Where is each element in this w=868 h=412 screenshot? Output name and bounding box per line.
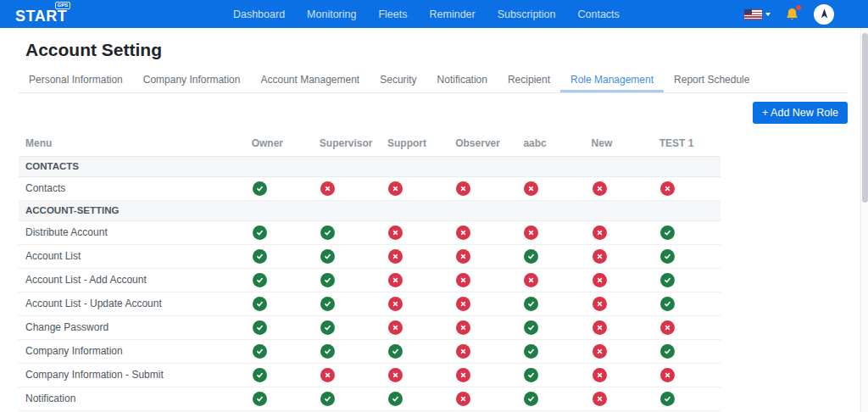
nav-item-subscription[interactable]: Subscription — [498, 8, 556, 20]
nav-item-dashboard[interactable]: Dashboard — [233, 8, 285, 20]
scrollbar-thumb[interactable] — [862, 33, 868, 203]
cross-icon[interactable] — [456, 225, 470, 240]
permission-cell — [448, 268, 516, 292]
check-icon[interactable] — [524, 344, 538, 359]
permission-cell — [245, 244, 313, 268]
check-icon[interactable] — [253, 273, 267, 287]
permission-cell — [245, 268, 313, 292]
cross-icon[interactable] — [456, 320, 470, 335]
cross-icon[interactable] — [388, 181, 403, 196]
tab-bar: Personal InformationCompany InformationA… — [19, 68, 848, 93]
language-selector[interactable] — [744, 9, 771, 19]
cross-icon[interactable] — [524, 273, 538, 287]
check-icon[interactable] — [660, 249, 675, 264]
nav-item-fleets[interactable]: Fleets — [378, 8, 407, 20]
check-icon[interactable] — [253, 297, 267, 311]
cross-icon[interactable] — [660, 368, 675, 382]
tab-notification[interactable]: Notification — [427, 68, 498, 92]
permission-cell — [245, 363, 313, 387]
us-flag-icon — [744, 9, 762, 19]
cross-icon[interactable] — [593, 273, 607, 287]
cross-icon[interactable] — [388, 273, 403, 287]
check-icon[interactable] — [253, 392, 267, 406]
check-icon[interactable] — [388, 344, 403, 359]
permission-cell — [313, 220, 381, 244]
cross-icon[interactable] — [593, 368, 607, 382]
check-icon[interactable] — [660, 344, 675, 359]
nav-item-reminder[interactable]: Reminder — [430, 8, 476, 20]
check-icon[interactable] — [253, 249, 267, 264]
cross-icon[interactable] — [388, 320, 403, 335]
notifications-button[interactable] — [785, 7, 799, 22]
check-icon[interactable] — [524, 392, 538, 406]
check-icon[interactable] — [388, 392, 403, 406]
cross-icon[interactable] — [660, 320, 675, 335]
cross-icon[interactable] — [388, 225, 403, 240]
check-icon[interactable] — [524, 320, 538, 335]
permission-cell — [313, 244, 381, 268]
check-icon[interactable] — [320, 249, 335, 264]
navbar-right — [744, 4, 834, 25]
nav-item-monitoring[interactable]: Monitoring — [307, 8, 356, 20]
check-icon[interactable] — [253, 320, 267, 335]
check-icon[interactable] — [660, 225, 675, 240]
check-icon[interactable] — [320, 392, 335, 406]
tab-personal-information[interactable]: Personal Information — [19, 68, 133, 92]
check-icon[interactable] — [660, 392, 675, 406]
check-icon[interactable] — [253, 225, 267, 240]
tab-company-information[interactable]: Company Information — [133, 68, 251, 92]
permission-cell — [653, 244, 721, 268]
permission-cell — [653, 268, 721, 292]
check-icon[interactable] — [524, 368, 538, 382]
tab-role-management[interactable]: Role Management — [560, 68, 664, 92]
cross-icon[interactable] — [456, 344, 470, 359]
cross-icon[interactable] — [388, 297, 403, 311]
permission-cell — [653, 292, 721, 315]
check-icon[interactable] — [320, 297, 335, 311]
tab-security[interactable]: Security — [370, 68, 426, 92]
column-header-support: Support — [381, 131, 448, 156]
vertical-scrollbar[interactable] — [860, 28, 868, 412]
check-icon[interactable] — [253, 344, 267, 359]
permission-cell — [245, 315, 313, 339]
check-icon[interactable] — [524, 249, 538, 264]
check-icon[interactable] — [660, 273, 675, 287]
cross-icon[interactable] — [456, 273, 470, 287]
tab-account-management[interactable]: Account Management — [250, 68, 370, 92]
cross-icon[interactable] — [456, 368, 470, 382]
cross-icon[interactable] — [524, 181, 538, 196]
cross-icon[interactable] — [593, 320, 607, 335]
cross-icon[interactable] — [456, 249, 470, 264]
check-icon[interactable] — [524, 297, 538, 311]
cross-icon[interactable] — [524, 225, 538, 240]
add-new-role-button[interactable]: + Add New Role — [753, 102, 848, 124]
cross-icon[interactable] — [593, 181, 607, 196]
check-icon[interactable] — [253, 181, 267, 196]
cross-icon[interactable] — [320, 181, 335, 196]
check-icon[interactable] — [320, 344, 335, 359]
cross-icon[interactable] — [320, 368, 335, 382]
check-icon[interactable] — [660, 297, 675, 311]
check-icon[interactable] — [320, 225, 335, 240]
check-icon[interactable] — [320, 273, 335, 287]
cross-icon[interactable] — [593, 297, 607, 311]
cross-icon[interactable] — [456, 181, 470, 196]
cross-icon[interactable] — [388, 368, 403, 382]
check-icon[interactable] — [320, 320, 335, 335]
check-icon[interactable] — [253, 368, 267, 382]
tab-report-schedule[interactable]: Report Schedule — [664, 68, 760, 92]
permission-cell — [245, 220, 313, 244]
cross-icon[interactable] — [388, 249, 403, 264]
permission-cell — [585, 315, 653, 339]
cross-icon[interactable] — [456, 297, 470, 311]
nav-item-contacts[interactable]: Contacts — [577, 8, 619, 20]
cross-icon[interactable] — [593, 225, 607, 240]
cross-icon[interactable] — [456, 392, 470, 406]
cross-icon[interactable] — [593, 392, 607, 406]
tab-recipient[interactable]: Recipient — [498, 68, 560, 92]
profile-avatar[interactable] — [814, 4, 834, 25]
cross-icon[interactable] — [660, 181, 675, 196]
brand-logo[interactable]: GPS START — [15, 4, 67, 24]
cross-icon[interactable] — [593, 344, 607, 359]
cross-icon[interactable] — [593, 249, 607, 264]
